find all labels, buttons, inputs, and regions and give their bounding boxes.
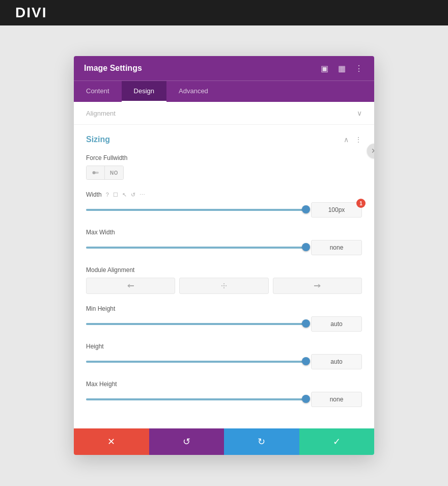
max-width-input[interactable]: none [311, 240, 362, 255]
width-help-icon[interactable]: ? [106, 192, 109, 198]
max-width-fill [86, 247, 306, 249]
width-label: Width ? ☐ ↖ ↺ ⋯ [86, 191, 362, 198]
height-thumb[interactable] [302, 357, 310, 365]
max-width-field: Max Width none [86, 229, 362, 255]
width-reset-icon[interactable]: ↺ [131, 192, 135, 198]
force-fullwidth-field: Force Fullwidth NO [86, 154, 362, 180]
max-height-field: Max Height none [86, 381, 362, 407]
max-width-slider-row: none [86, 240, 362, 255]
width-badge: 1 [356, 199, 366, 208]
divi-header: DIVI [0, 0, 448, 25]
width-track [86, 209, 306, 211]
force-fullwidth-toggle[interactable]: NO [86, 166, 362, 180]
width-cursor-icon[interactable]: ↖ [122, 192, 127, 198]
columns-icon[interactable]: ▦ [337, 63, 347, 73]
max-width-track [86, 247, 306, 249]
sizing-controls: ∧ ⋮ [344, 136, 362, 144]
collapse-icon[interactable]: ∧ [344, 136, 349, 144]
modal-footer: ✕ ↺ ↻ ✓ [74, 428, 374, 455]
sizing-menu-icon[interactable]: ⋮ [355, 136, 362, 144]
align-center-button[interactable] [179, 278, 268, 294]
header-icons: ▣ ▦ ⋮ [319, 63, 364, 73]
alignment-section[interactable]: Alignment ∨ [74, 102, 374, 125]
divi-logo: DIVI [15, 5, 47, 21]
align-right-button[interactable] [273, 278, 362, 294]
width-desktop-icon[interactable]: ☐ [113, 192, 118, 198]
toggle-switch[interactable]: NO [86, 166, 124, 180]
tab-advanced[interactable]: Advanced [166, 81, 220, 102]
height-label: Height [86, 343, 362, 350]
alignment-chevron-icon: ∨ [357, 109, 362, 117]
width-slider-row: 100px 1 [86, 202, 362, 218]
max-height-fill [86, 398, 306, 400]
tab-bar: Content Design Advanced [74, 80, 374, 102]
height-field: Height auto [86, 343, 362, 369]
modal-header: Image Settings ▣ ▦ ⋮ [74, 56, 374, 80]
sizing-section: Sizing ∧ ⋮ Force Fullwidth [74, 125, 374, 428]
more-options-icon[interactable]: ⋮ [354, 63, 364, 73]
height-slider[interactable] [86, 360, 306, 363]
align-left-button[interactable] [86, 278, 175, 294]
min-height-slider[interactable] [86, 322, 306, 326]
min-height-track [86, 323, 306, 325]
max-height-slider[interactable] [86, 398, 306, 401]
tab-content[interactable]: Content [74, 81, 122, 102]
max-height-thumb[interactable] [302, 395, 310, 403]
sizing-title: Sizing [86, 135, 110, 144]
width-more-icon[interactable]: ⋯ [139, 192, 145, 198]
max-height-label: Max Height [86, 381, 362, 388]
max-width-thumb[interactable] [302, 243, 310, 251]
max-width-slider[interactable] [86, 246, 306, 249]
toggle-off-indicator [87, 166, 105, 179]
min-height-label: Min Height [86, 305, 362, 312]
height-input[interactable]: auto [311, 354, 362, 369]
height-fill [86, 361, 306, 363]
min-height-input[interactable]: auto [311, 316, 362, 332]
min-height-thumb[interactable] [302, 319, 310, 328]
reset-button[interactable]: ↺ [149, 428, 225, 455]
height-slider-row: auto [86, 354, 362, 369]
width-fill [86, 209, 306, 211]
redo-button[interactable]: ↻ [224, 428, 299, 455]
max-height-slider-row: none [86, 392, 362, 407]
focus-icon[interactable]: ▣ [319, 63, 329, 73]
alignment-buttons [86, 278, 362, 294]
width-input[interactable]: 100px 1 [311, 202, 362, 218]
max-height-input[interactable]: none [311, 392, 362, 407]
image-settings-modal: Image Settings ▣ ▦ ⋮ Content Design Adva… [74, 56, 374, 455]
min-height-slider-row: auto [86, 316, 362, 332]
width-field: Width ? ☐ ↖ ↺ ⋯ [86, 191, 362, 218]
cancel-button[interactable]: ✕ [74, 428, 149, 455]
tab-design[interactable]: Design [122, 81, 166, 102]
height-track [86, 361, 306, 363]
width-slider[interactable] [86, 208, 306, 211]
force-fullwidth-label: Force Fullwidth [86, 154, 362, 161]
max-width-label: Max Width [86, 229, 362, 236]
alignment-label: Alignment [86, 110, 116, 117]
min-height-fill [86, 323, 306, 325]
module-alignment-label: Module Alignment [86, 266, 362, 274]
save-button[interactable]: ✓ [299, 428, 375, 455]
width-thumb[interactable] [302, 205, 310, 213]
sizing-header: Sizing ∧ ⋮ [86, 135, 362, 144]
min-height-field: Min Height auto [86, 305, 362, 332]
modal-overlay: Image Settings ▣ ▦ ⋮ Content Design Adva… [0, 25, 448, 486]
toggle-label: NO [105, 166, 123, 179]
modal-body[interactable]: Alignment ∨ Sizing ∧ ⋮ Force Fullwidth [74, 102, 374, 428]
max-height-track [86, 398, 306, 400]
modal-title: Image Settings [84, 64, 142, 73]
module-alignment-field: Module Alignment [86, 266, 362, 294]
svg-point-1 [92, 171, 95, 174]
